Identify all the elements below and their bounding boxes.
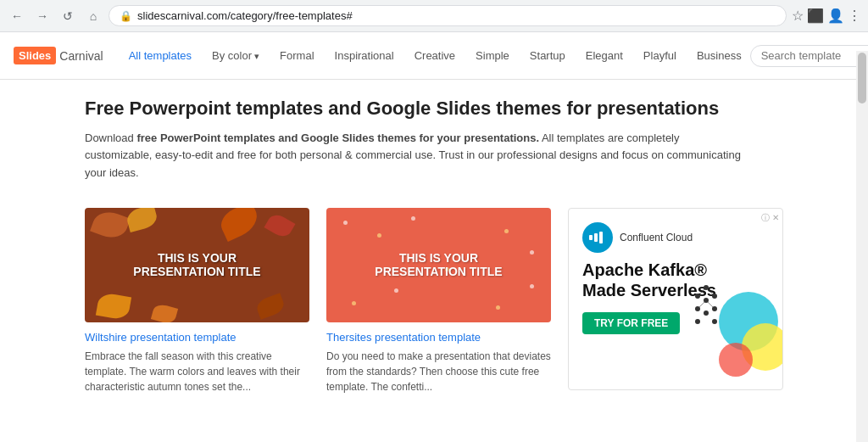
wiltshire-title: THIS IS YOURPRESENTATION TITLE xyxy=(133,251,260,278)
svg-line-18 xyxy=(706,300,715,309)
svg-point-14 xyxy=(712,319,717,324)
nav-simple[interactable]: Simple xyxy=(467,44,518,67)
thersites-bg: THIS IS YOURPRESENTATION TITLE xyxy=(326,208,551,322)
svg-point-13 xyxy=(704,311,709,316)
svg-point-12 xyxy=(695,319,700,324)
logo-slides: Slides xyxy=(14,47,56,64)
svg-rect-1 xyxy=(594,233,598,242)
nav-creative[interactable]: Creative xyxy=(406,44,464,67)
svg-rect-0 xyxy=(589,235,593,240)
scrollbar[interactable] xyxy=(856,51,868,442)
logo-carnival: Carnival xyxy=(59,49,103,63)
wiltshire-thumbnail: THIS IS YOURPRESENTATION TITLE xyxy=(85,208,309,322)
profile-icon[interactable]: 👤 xyxy=(827,8,844,24)
site-nav: Slides Carnival All templates By color F… xyxy=(0,32,868,80)
bookmark-icon[interactable]: ☆ xyxy=(792,8,804,24)
nav-playful[interactable]: Playful xyxy=(635,44,685,67)
nav-links: All templates By color Formal Inspiratio… xyxy=(120,44,750,67)
desc-bold: free PowerPoint templates and Google Sli… xyxy=(136,131,539,144)
page-wrapper: ← → ↺ ⌂ 🔒 slidescarnival.com/category/fr… xyxy=(0,0,868,442)
thersites-thumbnail: THIS IS YOURPRESENTATION TITLE xyxy=(326,208,551,322)
lock-icon: 🔒 xyxy=(120,10,132,22)
template-card-wiltshire[interactable]: THIS IS YOURPRESENTATION TITLE Wiltshire… xyxy=(85,208,309,394)
ad-logo xyxy=(582,222,613,253)
reload-button[interactable]: ↺ xyxy=(58,6,78,26)
nav-elegant[interactable]: Elegant xyxy=(577,44,632,67)
ad-cta-button[interactable]: TRY FOR FREE xyxy=(582,312,680,334)
thersites-title: THIS IS YOURPRESENTATION TITLE xyxy=(375,251,502,278)
browser-chrome: ← → ↺ ⌂ 🔒 slidescarnival.com/category/fr… xyxy=(0,0,868,32)
template-card-thersites[interactable]: THIS IS YOURPRESENTATION TITLE Thersites… xyxy=(326,208,551,394)
browser-actions: ☆ ⬛ 👤 ⋮ xyxy=(792,8,861,24)
svg-line-15 xyxy=(698,288,706,296)
search-input[interactable] xyxy=(761,49,868,62)
thersites-desc: Do you need to make a presentation that … xyxy=(326,349,551,394)
ad-card: ⓘ ✕ Confluent Cloud Apache Kafka®Made Se xyxy=(568,208,783,390)
url-text: slidescarnival.com/category/free-templat… xyxy=(137,9,776,22)
page-title: Free Powerpoint templates and Google Sli… xyxy=(85,97,783,121)
nav-business[interactable]: Business xyxy=(688,44,750,67)
svg-line-16 xyxy=(706,288,715,296)
nav-startup[interactable]: Startup xyxy=(521,44,574,67)
nav-all-templates[interactable]: All templates xyxy=(120,44,200,67)
templates-grid: THIS IS YOURPRESENTATION TITLE Wiltshire… xyxy=(85,208,783,394)
ad-badge[interactable]: ⓘ ✕ xyxy=(761,212,779,224)
search-container[interactable]: 🔍 xyxy=(750,45,868,67)
nav-by-color[interactable]: By color xyxy=(203,44,268,67)
desc-prefix: Download xyxy=(85,131,136,144)
svg-line-17 xyxy=(698,300,706,309)
ad-logo-row: Confluent Cloud xyxy=(582,222,769,253)
main-content: Free Powerpoint templates and Google Sli… xyxy=(0,80,868,411)
forward-button[interactable]: → xyxy=(32,6,53,26)
address-bar[interactable]: 🔒 slidescarnival.com/category/free-templ… xyxy=(108,5,787,26)
wiltshire-bg: THIS IS YOURPRESENTATION TITLE xyxy=(85,208,309,322)
logo[interactable]: Slides Carnival xyxy=(14,47,103,64)
home-button[interactable]: ⌂ xyxy=(83,6,103,26)
ad-brand-name: Confluent Cloud xyxy=(620,232,693,243)
page-desc: Download free PowerPoint templates and G… xyxy=(85,130,746,182)
svg-rect-2 xyxy=(599,232,603,243)
ad-graphic xyxy=(689,279,782,389)
extensions-icon[interactable]: ⬛ xyxy=(807,8,824,24)
menu-icon[interactable]: ⋮ xyxy=(848,8,861,24)
wiltshire-name: Wiltshire presentation template xyxy=(85,331,309,344)
back-button[interactable]: ← xyxy=(7,6,27,26)
nav-formal[interactable]: Formal xyxy=(271,44,322,67)
nav-inspirational[interactable]: Inspirational xyxy=(326,44,403,67)
svg-point-5 xyxy=(719,343,753,377)
thersites-name: Thersites presentation template xyxy=(326,331,551,344)
scrollbar-thumb[interactable] xyxy=(858,53,866,104)
browser-toolbar: ← → ↺ ⌂ 🔒 slidescarnival.com/category/fr… xyxy=(0,0,868,31)
wiltshire-desc: Embrace the fall season with this creati… xyxy=(85,349,309,394)
